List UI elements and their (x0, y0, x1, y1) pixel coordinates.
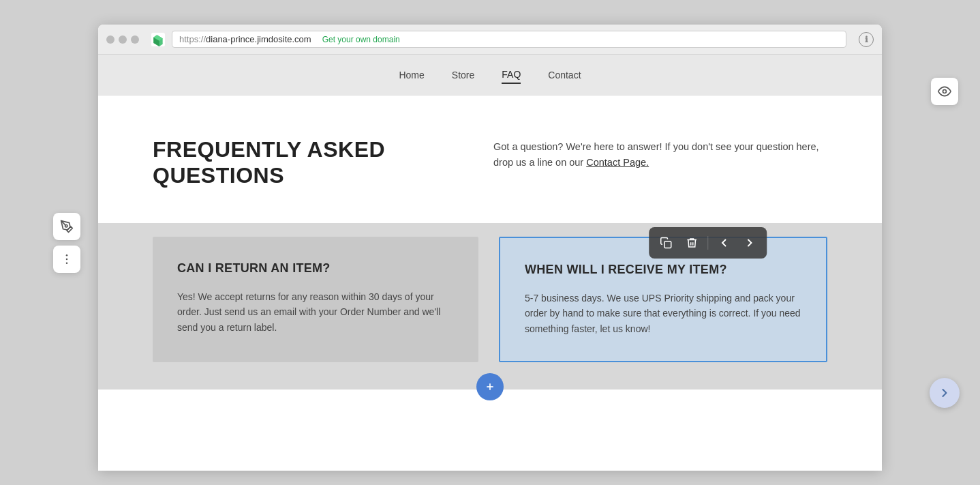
pen-icon (60, 220, 74, 233)
nav-contact[interactable]: Contact (548, 67, 581, 83)
chevron-right-icon (744, 237, 756, 249)
svg-point-4 (943, 89, 947, 93)
svg-rect-9 (664, 241, 671, 248)
nav-faq[interactable]: FAQ (502, 66, 521, 84)
chevron-right-icon (938, 386, 951, 400)
copy-block-button[interactable] (654, 231, 677, 254)
nav-store[interactable]: Store (452, 67, 474, 83)
move-next-button[interactable] (738, 231, 761, 254)
maximize-dot (131, 35, 139, 44)
faq-header: FREQUENTLY ASKED QUESTIONS Got a questio… (98, 95, 882, 223)
contact-page-link[interactable]: Contact Page. (586, 157, 649, 168)
svg-point-2 (66, 258, 68, 260)
url-domain: diana-prince.jimdosite.com (206, 34, 311, 44)
next-section-button[interactable] (930, 378, 960, 408)
pen-tool-button[interactable] (53, 213, 80, 240)
svg-point-1 (66, 254, 68, 256)
minimize-dot (119, 35, 127, 44)
chevron-left-icon (718, 237, 730, 249)
faq-card-1-body: Yes! We accept returns for any reason wi… (177, 289, 454, 335)
toolbar-divider (707, 236, 708, 250)
nav-home[interactable]: Home (399, 67, 424, 83)
faq-card-2-body: 5-7 business days. We use UPS Priority s… (525, 291, 801, 336)
trash-icon (686, 237, 698, 249)
svg-point-3 (66, 262, 68, 264)
faq-card-1[interactable]: CAN I RETURN AN ITEM? Yes! We accept ret… (153, 237, 478, 362)
scroll-indicator[interactable] (476, 373, 504, 400)
site-content: FREQUENTLY ASKED QUESTIONS Got a questio… (98, 95, 882, 471)
right-tools (930, 78, 960, 408)
url-prefix: https:// (179, 34, 206, 44)
move-prev-button[interactable] (712, 231, 735, 254)
svg-point-0 (65, 224, 67, 226)
site-navigation: Home Store FAQ Contact (98, 55, 882, 95)
faq-title: FREQUENTLY ASKED QUESTIONS (153, 136, 439, 189)
faq-card-2[interactable]: WHEN WILL I RECEIVE MY ITEM? 5-7 busines… (499, 237, 827, 362)
more-options-button[interactable] (53, 246, 80, 273)
delete-block-button[interactable] (680, 231, 703, 254)
left-tools (53, 213, 80, 273)
get-domain-link[interactable]: Get your own domain (322, 35, 400, 44)
faq-cards-area: CAN I RETURN AN ITEM? Yes! We accept ret… (98, 223, 882, 390)
block-toolbar (649, 227, 767, 259)
browser-window: https://diana-prince.jimdosite.com Get y… (98, 25, 882, 471)
jimdo-logo (151, 33, 165, 46)
faq-card-1-title: CAN I RETURN AN ITEM? (177, 261, 454, 276)
copy-icon (660, 237, 672, 249)
browser-toolbar: https://diana-prince.jimdosite.com Get y… (98, 25, 882, 55)
window-controls (106, 35, 139, 44)
preview-button[interactable] (931, 78, 958, 105)
faq-card-2-title: WHEN WILL I RECEIVE MY ITEM? (525, 263, 801, 277)
more-icon (60, 252, 74, 266)
eye-icon (938, 85, 951, 98)
info-button[interactable]: ℹ (859, 32, 874, 47)
plus-icon (485, 381, 495, 392)
url-bar[interactable]: https://diana-prince.jimdosite.com Get y… (172, 31, 846, 48)
faq-description-text: Got a question? We're here to answer! If… (493, 141, 819, 168)
close-dot (106, 35, 114, 44)
faq-description: Got a question? We're here to answer! If… (493, 136, 827, 171)
